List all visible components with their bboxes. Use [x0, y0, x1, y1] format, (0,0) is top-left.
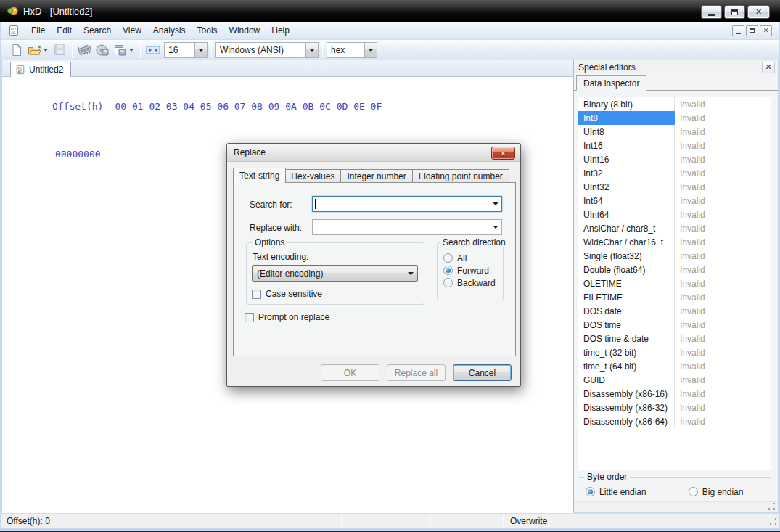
dialog-tab-integer-number[interactable]: Integer number [341, 169, 412, 183]
new-file-button[interactable] [8, 41, 25, 59]
minimize-button[interactable] [701, 5, 722, 19]
inspector-value[interactable]: Invalid [675, 417, 705, 427]
case-sensitive-checkbox[interactable]: Case sensitive [252, 289, 322, 299]
close-button[interactable]: ✕ [747, 5, 770, 19]
inspector-row-disassembly-x86-32[interactable]: Disassembly (x86-32)Invalid [578, 401, 771, 414]
inspector-row-dos-date[interactable]: DOS dateInvalid [578, 304, 771, 318]
menu-analysis[interactable]: Analysis [147, 22, 192, 38]
inspector-row-filetime[interactable]: FILETIMEInvalid [578, 290, 771, 304]
open-ram-button[interactable] [76, 41, 94, 59]
dialog-close-button[interactable]: ✕ [491, 147, 515, 160]
panel-close-button[interactable]: ✕ [762, 62, 775, 73]
radio-backward[interactable]: Backward [443, 277, 496, 289]
inspector-value[interactable]: Invalid [675, 306, 705, 316]
inspector-value[interactable]: Invalid [675, 141, 705, 151]
window-resize-grip[interactable] [769, 517, 777, 525]
inspector-row-int16[interactable]: Int16Invalid [578, 139, 771, 152]
replace-with-input[interactable] [312, 219, 502, 235]
menu-view[interactable]: View [117, 22, 147, 38]
inspector-row-double-float64[interactable]: Double (float64)Invalid [578, 263, 771, 277]
inspector-row-int64[interactable]: Int64Invalid [578, 194, 771, 208]
inspector-value[interactable]: Invalid [675, 237, 705, 247]
dialog-tab-text-string[interactable]: Text-string [233, 168, 286, 183]
inspector-row-uint8[interactable]: UInt8Invalid [578, 125, 771, 139]
inspector-row-uint32[interactable]: UInt32Invalid [578, 180, 771, 194]
inspector-row-binary-8-bit[interactable]: Binary (8 bit)Invalid [578, 97, 771, 111]
panel-resize-grip[interactable] [768, 502, 776, 510]
chevron-down-icon[interactable] [490, 226, 501, 229]
radio-all[interactable]: All [443, 252, 496, 264]
ok-button[interactable]: OK [321, 364, 379, 381]
inspector-value[interactable]: Invalid [675, 196, 705, 206]
inspector-row-oletime[interactable]: OLETIMEInvalid [578, 277, 771, 290]
mdi-restore-button[interactable] [746, 25, 758, 36]
inspector-row-ansichar-char8-t[interactable]: AnsiChar / char8_tInvalid [578, 221, 771, 235]
open-file-button[interactable] [25, 41, 43, 59]
bytes-per-row-combobox[interactable]: 16 [164, 42, 208, 58]
inspector-row-uint64[interactable]: UInt64Invalid [578, 208, 771, 221]
inspector-value[interactable]: Invalid [675, 113, 705, 123]
save-dropdown-arrow[interactable] [129, 49, 134, 52]
inspector-row-dos-time-date[interactable]: DOS time & dateInvalid [578, 332, 771, 345]
dialog-title-bar[interactable]: Replace [227, 144, 520, 162]
menu-tools[interactable]: Tools [192, 22, 223, 38]
inspector-value[interactable]: Invalid [675, 265, 705, 275]
inspector-value[interactable]: Invalid [675, 99, 705, 110]
menu-search[interactable]: Search [78, 22, 117, 38]
inspector-row-int32[interactable]: Int32Invalid [578, 166, 771, 180]
inspector-row-time-t-64-bit[interactable]: time_t (64 bit)Invalid [578, 359, 771, 373]
inspector-row-time-t-32-bit[interactable]: time_t (32 bit)Invalid [578, 345, 771, 359]
offset-base-combobox[interactable]: hex [327, 42, 377, 58]
dialog-tab-hex-values[interactable]: Hex-values [285, 169, 341, 183]
encoding-combobox[interactable]: Windows (ANSI) [215, 42, 319, 58]
inspector-row-int8[interactable]: Int8Invalid [578, 111, 771, 125]
text-encoding-dropdown[interactable]: (Editor encoding) [252, 265, 418, 282]
inspector-value[interactable]: Invalid [675, 389, 705, 399]
open-dropdown-arrow[interactable] [44, 49, 48, 52]
inspector-row-disassembly-x86-16[interactable]: Disassembly (x86-16)Invalid [578, 387, 771, 401]
combo-dropdown-button[interactable] [305, 43, 318, 57]
tab-data-inspector[interactable]: Data inspector [576, 75, 646, 91]
inspector-row-dos-time[interactable]: DOS timeInvalid [578, 318, 771, 332]
inspector-value[interactable]: Invalid [675, 375, 705, 385]
inspector-value[interactable]: Invalid [675, 155, 705, 165]
mdi-minimize-button[interactable] [732, 25, 744, 36]
inspector-row-single-float32[interactable]: Single (float32)Invalid [578, 249, 771, 263]
save-button[interactable] [51, 41, 68, 59]
inspector-value[interactable]: Invalid [675, 292, 705, 303]
prompt-on-replace-checkbox[interactable]: Prompt on replace [245, 312, 329, 322]
inspector-value[interactable]: Invalid [675, 403, 705, 413]
dialog-tab-floating-point-number[interactable]: Floating point number [413, 169, 509, 183]
inspector-value[interactable]: Invalid [675, 320, 705, 330]
menu-help[interactable]: Help [266, 22, 295, 38]
inspector-value[interactable]: Invalid [675, 168, 705, 179]
radio-little-endian[interactable]: Little endian [586, 486, 646, 498]
chevron-down-icon[interactable] [490, 202, 501, 205]
save-selection-button[interactable] [111, 41, 128, 59]
inspector-value[interactable]: Invalid [675, 127, 705, 137]
combo-dropdown-button[interactable] [194, 43, 207, 57]
restore-button[interactable] [724, 5, 745, 19]
menu-edit[interactable]: Edit [51, 22, 78, 38]
inspector-value[interactable]: Invalid [675, 361, 705, 372]
inspector-value[interactable]: Invalid [675, 334, 705, 344]
tab-untitled2[interactable]: FD A0 Untitled2 [10, 62, 71, 77]
search-for-input[interactable] [312, 196, 502, 212]
inspector-value[interactable]: Invalid [675, 210, 705, 220]
inspector-row-disassembly-x86-64[interactable]: Disassembly (x86-64)Invalid [578, 414, 771, 428]
inspector-value[interactable]: Invalid [675, 348, 705, 358]
radio-forward[interactable]: Forward [443, 264, 496, 277]
inspector-row-widechar-char16-t[interactable]: WideChar / char16_tInvalid [578, 235, 771, 249]
radio-big-endian[interactable]: Big endian [689, 486, 744, 498]
inspector-value[interactable]: Invalid [675, 279, 705, 289]
inspector-value[interactable]: Invalid [675, 251, 705, 261]
inspector-value[interactable]: Invalid [675, 182, 705, 192]
cancel-button[interactable]: Cancel [453, 364, 512, 381]
mdi-close-button[interactable]: ✕ [760, 25, 772, 36]
replace-all-button[interactable]: Replace all [387, 364, 446, 381]
menu-window[interactable]: Window [223, 22, 266, 38]
combo-dropdown-button[interactable] [364, 43, 377, 57]
open-disk-button[interactable] [94, 41, 111, 59]
inspector-value[interactable]: Invalid [675, 224, 705, 234]
menu-file[interactable]: File [25, 22, 51, 38]
